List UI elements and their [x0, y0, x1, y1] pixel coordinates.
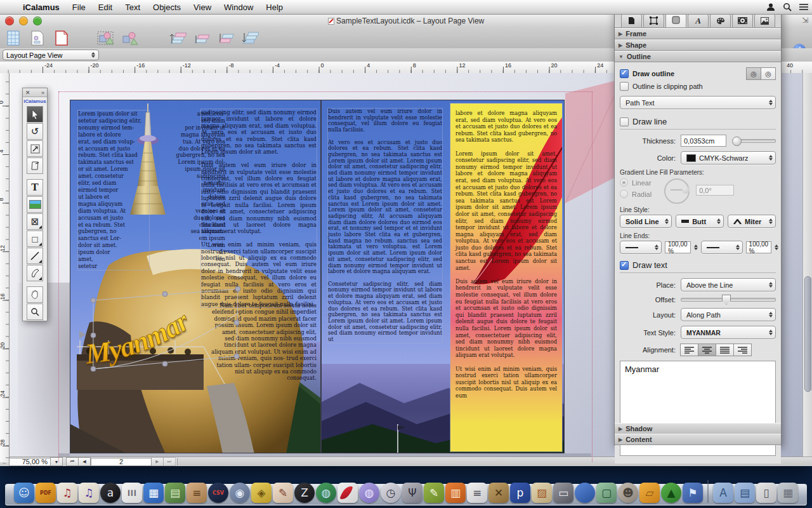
align-left-button[interactable] [680, 344, 698, 356]
tool-scale[interactable] [27, 140, 43, 157]
dock-world-collage[interactable]: ◍ [316, 483, 336, 503]
zoom-button[interactable] [33, 17, 42, 25]
minimize-button[interactable] [19, 17, 28, 25]
menu-text[interactable]: Text [119, 0, 147, 14]
palette-collapse-icon[interactable]: » [41, 90, 44, 96]
dock-barcode[interactable]: ║║║ [122, 483, 142, 503]
menu-help[interactable]: Help [259, 0, 289, 14]
dock-green-display[interactable]: ▢ [596, 483, 617, 503]
dock-notes-green[interactable]: ✎ [424, 483, 444, 503]
menu-objects[interactable]: Objects [147, 0, 187, 14]
section-content[interactable]: ▶Content [615, 434, 781, 445]
menu-icalamus[interactable]: iCalamus [16, 0, 66, 14]
section-frame[interactable]: ▶Frame [615, 28, 781, 39]
clipping-path-checkbox[interactable] [620, 82, 629, 91]
vertical-scrollbar[interactable] [802, 73, 812, 462]
dock-audio-a[interactable]: a [100, 483, 121, 503]
tab-image-settings[interactable] [732, 13, 753, 27]
close-button[interactable] [5, 17, 14, 25]
previous-page-button[interactable]: ◀ [78, 457, 91, 466]
text-column-1[interactable]: Lorem ipsum dolor sit setetur sadipscing… [78, 110, 149, 270]
yellow-column[interactable]: labore et dolore magna aliquyam erat, se… [450, 104, 562, 451]
new-master-page-icon[interactable] [28, 29, 47, 47]
outline-mode-popup[interactable]: Path Text [620, 96, 776, 109]
place-popup[interactable]: Above the Line [681, 278, 776, 291]
list-icon[interactable] [796, 0, 812, 14]
tool-rotate[interactable]: ↺ [27, 123, 43, 140]
dock-microphone[interactable]: Ψ [402, 483, 422, 503]
outline-target-button-1[interactable]: ◎ [746, 67, 761, 80]
draw-text-checkbox[interactable] [620, 261, 629, 270]
dock-purple-globe[interactable]: ◍ [359, 483, 379, 503]
dock-z-app[interactable]: Z [294, 483, 315, 503]
thickness-slider[interactable] [733, 139, 776, 143]
ungroup-icon[interactable] [121, 29, 140, 47]
dock-gorilla[interactable]: ☻ [618, 483, 638, 503]
tool-image[interactable] [27, 196, 43, 213]
selection-handles[interactable] [79, 275, 251, 380]
right-text-column[interactable]: Duis autem vel eum iriure dolor in hendr… [328, 109, 442, 343]
vertical-scrollbar-thumb[interactable] [804, 276, 811, 392]
user-icon[interactable] [763, 0, 779, 14]
page-number-field[interactable]: 2 [91, 458, 152, 466]
group-icon[interactable] [96, 29, 115, 47]
apple-menu[interactable] [0, 0, 16, 14]
left-page[interactable]: Lorem ipsum dolor sit setetur sadipscing… [70, 100, 321, 453]
tab-colors[interactable] [710, 13, 731, 27]
draw-outline-checkbox[interactable] [620, 69, 629, 78]
align-center-button[interactable] [698, 344, 716, 356]
dock-newspaper[interactable]: ≡ [467, 483, 487, 503]
layout-popup[interactable]: Along Path [681, 308, 776, 321]
dock-map[interactable]: ▨ [532, 483, 552, 503]
delete-page-icon[interactable] [52, 29, 71, 47]
right-page[interactable]: Duis autem vel eum iriure dolor in hendr… [321, 100, 565, 453]
view-mode-popup[interactable]: Layout Page View [3, 50, 99, 60]
zoom-popup-arrow[interactable]: ▼ [50, 457, 63, 466]
zoom-level-field[interactable]: 75,00 % [9, 458, 51, 466]
draw-line-checkbox[interactable] [620, 117, 629, 126]
dock-blue-sphere[interactable] [575, 483, 595, 503]
dock-qr-code[interactable]: ▦ [143, 483, 164, 503]
line-end-start-stepper[interactable] [694, 244, 698, 250]
align-right-button[interactable] [733, 344, 752, 356]
dock-pdf-book[interactable]: PDF [36, 483, 56, 503]
yellow-column-text[interactable]: labore et dolore magna aliquyam erat, se… [450, 104, 562, 399]
section-outline[interactable]: ▼Outline [615, 51, 781, 62]
new-layout-icon[interactable] [4, 29, 23, 47]
line-end-start-pct[interactable]: 100,00 % [665, 241, 691, 253]
line-end-end-stepper[interactable] [775, 244, 778, 250]
expand-panel-icon[interactable]: ⇲ [802, 16, 808, 25]
menu-edit[interactable]: Edit [92, 0, 119, 14]
tool-select[interactable] [27, 106, 43, 123]
tool-hand[interactable] [27, 286, 43, 303]
linear-radio[interactable] [620, 178, 628, 187]
tool-placeholder[interactable]: ⊠ [27, 213, 43, 230]
tool-zoom[interactable] [27, 304, 43, 320]
thickness-field[interactable]: 0,0353cm [681, 135, 726, 147]
angle-dial[interactable] [663, 178, 691, 203]
spotlight-icon[interactable] [779, 0, 796, 14]
section-shape[interactable]: ▶Shape [615, 39, 781, 51]
line-cap-popup[interactable]: Butt [676, 215, 724, 228]
line-end-end-pct[interactable]: 100,00 % [746, 241, 772, 253]
tab-frame[interactable] [643, 13, 664, 27]
send-backward-icon[interactable] [217, 29, 236, 47]
dock-photo-browser[interactable]: ◉ [230, 483, 250, 503]
line-end-start-popup[interactable] [620, 241, 662, 254]
tab-picture[interactable] [754, 13, 775, 27]
dock-icalamus-feather[interactable] [337, 483, 358, 503]
angle-field[interactable]: 0,0° [696, 185, 734, 196]
dock-address-book[interactable]: ▥ [445, 483, 466, 503]
dock-green-camp[interactable]: ▲ [661, 483, 681, 503]
menu-file[interactable]: File [66, 0, 92, 14]
palette-close-icon[interactable]: ✕ [25, 90, 30, 96]
offset-slider[interactable] [681, 298, 776, 302]
bring-forward-icon[interactable] [193, 29, 212, 47]
line-join-popup[interactable]: Miter [728, 215, 776, 228]
dock-movie-projector[interactable]: ▭ [553, 483, 573, 503]
tab-character[interactable]: A [688, 13, 709, 27]
next-page-button[interactable]: ▶ [151, 457, 164, 466]
dock-finder[interactable]: ☺ [14, 483, 34, 503]
dock-folder-orange[interactable]: ▱ [639, 483, 660, 503]
tool-bezier[interactable] [27, 265, 43, 281]
